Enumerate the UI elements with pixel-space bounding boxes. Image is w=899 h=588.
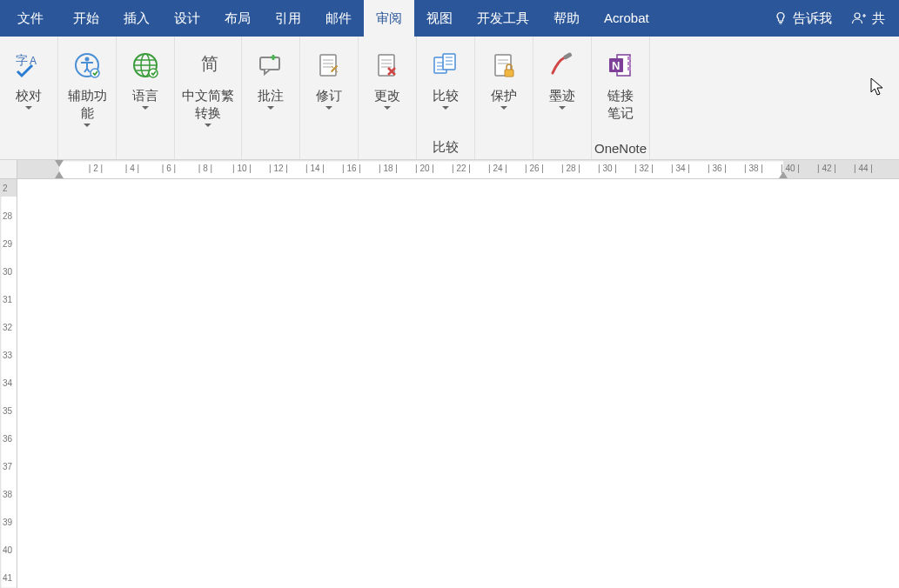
proofing-button[interactable]: 字 A 校对 (3, 40, 54, 112)
dropdown-arrow-icon (205, 124, 211, 128)
group-chinese-conversion: 简 中文简繁 转换 (175, 37, 242, 159)
v-ruler-tick: 28 (3, 211, 12, 221)
tab-developer[interactable]: 开发工具 (465, 0, 541, 37)
horizontal-ruler-row: 2468101214161820222426283032343638404244 (0, 160, 899, 179)
h-ruler-tick: 10 (232, 164, 252, 173)
ribbon-tab-bar: 文件 开始 插入 设计 布局 引用 邮件 审阅 视图 开发工具 帮助 Acrob… (0, 0, 899, 37)
chinese-conversion-button[interactable]: 简 中文简繁 转换 (178, 40, 238, 130)
ink-label: 墨迹 (549, 87, 575, 104)
h-ruler-tick: 34 (671, 164, 690, 173)
v-ruler-tick: 32 (3, 323, 12, 332)
h-ruler-tick: 30 (598, 164, 617, 173)
indent-marker-top[interactable] (55, 160, 64, 167)
tab-review[interactable]: 审阅 (364, 0, 414, 37)
tab-mailings[interactable]: 邮件 (313, 0, 364, 37)
group-language: 语言 (117, 37, 175, 159)
tab-layout[interactable]: 布局 (212, 0, 263, 37)
protect-button[interactable]: 保护 (479, 40, 529, 112)
language-button[interactable]: 语言 (120, 40, 171, 112)
v-ruler-tick: 37 (3, 462, 12, 471)
changes-button[interactable]: 更改 (362, 40, 413, 112)
document-canvas[interactable] (17, 179, 899, 588)
h-ruler-tick: 14 (305, 164, 325, 173)
dropdown-arrow-icon (384, 106, 391, 110)
share-label: 共 (872, 10, 885, 27)
svg-point-4 (85, 57, 90, 62)
tab-view[interactable]: 视图 (414, 0, 465, 37)
v-ruler-tick: 36 (3, 434, 12, 444)
tab-home[interactable]: 开始 (61, 0, 111, 37)
dropdown-arrow-icon (142, 106, 149, 110)
dropdown-arrow-icon (84, 124, 91, 128)
h-ruler-tick: 28 (561, 164, 580, 173)
h-ruler-tick: 32 (634, 164, 654, 173)
tab-design[interactable]: 设计 (162, 0, 212, 37)
h-ruler-left-margin (17, 160, 59, 178)
changes-icon (371, 49, 404, 82)
lightbulb-icon (774, 11, 788, 25)
share-button[interactable]: 共 (844, 0, 892, 37)
tab-references[interactable]: 引用 (263, 0, 313, 37)
v-ruler-tick: 35 (3, 406, 12, 416)
v-ruler-tick: 39 (3, 518, 12, 527)
dropdown-arrow-icon (325, 106, 332, 110)
h-ruler-tick: 18 (379, 164, 398, 173)
tracking-icon (312, 49, 346, 82)
protect-label: 保护 (491, 87, 517, 104)
v-ruler-tick: 33 (3, 351, 12, 360)
tell-me-button[interactable]: 告诉我 (767, 0, 839, 37)
dropdown-arrow-icon (442, 106, 449, 110)
h-ruler-tick: 44 (854, 164, 873, 173)
svg-point-8 (149, 69, 158, 77)
v-ruler-tick: 34 (3, 378, 12, 388)
group-comments: 批注 (242, 37, 300, 159)
ruler-corner (0, 160, 17, 179)
h-ruler-tick: 16 (342, 164, 361, 173)
h-ruler-tick: 26 (525, 164, 544, 173)
content-area: 22829303132333435363738394041 (0, 179, 899, 588)
mouse-cursor-icon (869, 77, 887, 97)
tracking-button[interactable]: 修订 (304, 40, 354, 112)
group-compare: 比较 比较 (417, 37, 475, 159)
h-ruler-tick: 24 (488, 164, 507, 173)
h-ruler-tick: 36 (708, 164, 727, 173)
v-ruler-tick: 31 (3, 295, 12, 304)
proofing-icon: 字 A (12, 49, 45, 82)
accessibility-button[interactable]: 辅助功 能 (62, 40, 112, 130)
horizontal-ruler[interactable]: 2468101214161820222426283032343638404244 (17, 160, 899, 179)
h-ruler-tick: 42 (817, 164, 836, 173)
onenote-label: 链接 笔记 (607, 87, 634, 122)
onenote-button[interactable]: N 链接 笔记 (595, 40, 646, 124)
indent-marker-bottom-left[interactable] (55, 171, 64, 178)
tab-acrobat[interactable]: Acrobat (592, 0, 661, 37)
accessibility-label: 辅助功 能 (68, 87, 107, 122)
dropdown-arrow-icon (25, 106, 32, 110)
tracking-label: 修订 (316, 87, 342, 104)
v-ruler-tick: 30 (3, 267, 12, 277)
chinese-conversion-label: 中文简繁 转换 (182, 87, 234, 122)
h-ruler-tick: 6 (162, 164, 176, 173)
svg-rect-19 (627, 57, 631, 60)
vertical-ruler[interactable]: 22829303132333435363738394041 (0, 179, 17, 588)
group-changes: 更改 (359, 37, 417, 159)
group-proofing: 字 A 校对 (0, 37, 58, 159)
h-ruler-tick: 38 (744, 164, 763, 173)
v-ruler-tick: 2 (3, 184, 8, 193)
tab-help[interactable]: 帮助 (541, 0, 592, 37)
compare-label: 比较 (433, 87, 459, 104)
comments-button[interactable]: 批注 (245, 40, 296, 112)
h-ruler-tick: 4 (125, 164, 139, 173)
compare-button[interactable]: 比较 (420, 40, 471, 112)
ink-button[interactable]: 墨迹 (537, 40, 587, 112)
accessibility-icon (70, 49, 104, 82)
svg-text:字: 字 (16, 53, 28, 67)
language-label: 语言 (132, 87, 158, 104)
tab-insert[interactable]: 插入 (111, 0, 162, 37)
svg-point-0 (855, 13, 860, 18)
dropdown-arrow-icon (500, 106, 507, 110)
v-ruler-tick: 41 (3, 573, 12, 583)
group-onenote: N 链接 笔记 OneNote (592, 37, 650, 159)
svg-text:N: N (612, 59, 620, 72)
tab-file[interactable]: 文件 (0, 0, 61, 37)
v-ruler-tick: 29 (3, 239, 12, 249)
